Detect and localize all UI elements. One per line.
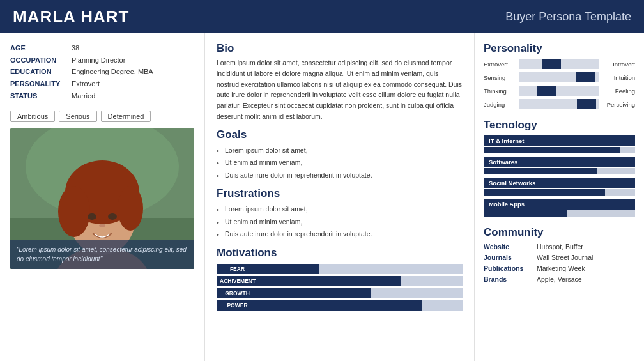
- age-value: 38: [72, 42, 79, 54]
- svg-point-8: [118, 186, 143, 231]
- tech-track-3: [484, 210, 635, 217]
- mot-label-3: POWER: [217, 300, 258, 311]
- pers-track-0: [519, 59, 599, 69]
- frust-text-1: Lorem ipsum dolor sit amet,: [225, 204, 308, 215]
- mot-bar-row-0: FEAR: [217, 264, 463, 274]
- pers-left-3: Judging: [484, 101, 517, 108]
- frustrations-title: Frustrations: [217, 187, 463, 200]
- community-row-2: Publications Marketing Week: [484, 265, 635, 272]
- comm-value-1: Wall Street Journal: [537, 254, 593, 261]
- mot-bar-row-2: GROWTH: [217, 288, 463, 298]
- motivations-section: Motivations FEAR ACHIVEMENT GROWTH POWER: [217, 247, 463, 311]
- community-title: Community: [484, 226, 635, 239]
- svg-point-7: [58, 186, 90, 237]
- pers-right-1: Intuition: [602, 74, 635, 81]
- bio-text: Lorem ipsum dolor sit amet, consectetur …: [217, 58, 463, 122]
- pers-marker-0: [542, 59, 561, 69]
- frustrations-section: Frustrations • Lorem ipsum dolor sit ame…: [217, 187, 463, 240]
- bio-title: Bio: [217, 42, 463, 55]
- left-column: AGE 38 OCCUPATION Planning Director EDUC…: [0, 33, 204, 361]
- info-table: AGE 38 OCCUPATION Planning Director EDUC…: [10, 42, 194, 102]
- mot-label-2: GROWTH: [217, 288, 258, 298]
- page: MARLA HART Buyer Persona Template AGE 38…: [0, 0, 644, 361]
- personality-row-1: Sensing Intuition: [484, 72, 635, 82]
- mot-bar-row-1: ACHIVEMENT: [217, 276, 463, 286]
- personality-title: Personality: [484, 42, 635, 55]
- pers-right-0: Introvert: [602, 61, 635, 68]
- middle-column: Bio Lorem ipsum dolor sit amet, consecte…: [204, 33, 475, 361]
- tag-ambitious: Ambitious: [10, 111, 55, 122]
- bullet-icon-3: •: [217, 171, 222, 181]
- community-rows: Website Hubspot, Buffer Journals Wall St…: [484, 243, 635, 283]
- frust-bullet-1: •: [217, 204, 222, 215]
- template-label: Buyer Persona Template: [505, 10, 631, 24]
- personality-row-3: Judging Perceiving: [484, 99, 635, 109]
- goal-item-1: • Lorem ipsum dolor sit amet,: [217, 146, 463, 157]
- pers-marker-2: [537, 86, 556, 96]
- tech-track-1: [484, 168, 635, 174]
- personality-value: Extrovert: [72, 78, 100, 90]
- pers-marker-1: [576, 72, 595, 82]
- frust-bullet-2: •: [217, 217, 222, 228]
- tag-serious: Serious: [59, 111, 96, 122]
- personality-section: Personality Extrovert Introvert Sensing …: [484, 42, 635, 112]
- mot-fill-1: [259, 276, 401, 286]
- community-row-3: Brands Apple, Versace: [484, 275, 635, 283]
- goal-text-2: Ut enim ad minim veniam,: [225, 158, 302, 169]
- frust-text-2: Ut enim ad minim veniam,: [225, 217, 302, 228]
- tech-fill-3: [484, 210, 567, 217]
- svg-point-11: [99, 224, 105, 227]
- goals-section: Goals • Lorem ipsum dolor sit amet, • Ut…: [217, 128, 463, 181]
- tech-track-0: [484, 147, 635, 153]
- community-row-0: Website Hubspot, Buffer: [484, 243, 635, 250]
- bullet-icon-2: •: [217, 158, 222, 169]
- goal-text-3: Duis aute irure dolor in reprehenderit i…: [225, 171, 372, 181]
- pers-left-1: Sensing: [484, 74, 517, 81]
- header: MARLA HART Buyer Persona Template: [0, 0, 644, 33]
- tech-fill-1: [484, 168, 597, 174]
- tech-label-3: Mobile Apps: [484, 199, 635, 210]
- pers-track-2: [519, 86, 599, 96]
- tech-track-2: [484, 189, 635, 196]
- status-label: STATUS: [10, 90, 68, 102]
- age-label: AGE: [10, 42, 68, 54]
- pers-track-1: [519, 72, 599, 82]
- technology-title: Tecnology: [484, 119, 635, 132]
- mot-track-0: [258, 264, 463, 274]
- frust-item-1: • Lorem ipsum dolor sit amet,: [217, 204, 463, 215]
- pers-right-3: Perceiving: [602, 101, 635, 108]
- photo-caption: "Lorem ipsum dolor sit amet, consectetur…: [10, 240, 194, 269]
- persona-name: MARLA HART: [13, 7, 129, 27]
- community-section: Community Website Hubspot, Buffer Journa…: [484, 226, 635, 286]
- comm-label-3: Brands: [484, 275, 532, 283]
- mot-label-0: FEAR: [217, 264, 258, 274]
- tech-bar-row-1: Softwares: [484, 157, 635, 174]
- frust-text-3: Duis aute irure dolor in reprehenderit i…: [225, 229, 372, 240]
- tech-fill-2: [484, 189, 605, 196]
- personality-row-2: Thinking Feeling: [484, 86, 635, 96]
- education-value: Engineering Degree, MBA: [72, 66, 153, 78]
- tag-determined: Determined: [101, 111, 151, 122]
- occupation-row: OCCUPATION Planning Director: [10, 54, 194, 66]
- mot-label-1: ACHIVEMENT: [217, 276, 259, 286]
- status-value: Married: [72, 90, 95, 102]
- goal-item-3: • Duis aute irure dolor in reprehenderit…: [217, 171, 463, 181]
- mot-bar-row-3: POWER: [217, 300, 463, 311]
- tech-label-1: Softwares: [484, 157, 635, 167]
- personality-label: PERSONALITY: [10, 78, 68, 90]
- tech-bar-row-0: IT & Internet: [484, 135, 635, 153]
- goal-text-1: Lorem ipsum dolor sit amet,: [225, 146, 308, 157]
- mot-fill-0: [258, 264, 319, 274]
- goal-item-2: • Ut enim ad minim veniam,: [217, 158, 463, 169]
- mot-track-2: [258, 288, 463, 298]
- mot-fill-2: [258, 288, 371, 298]
- svg-point-9: [88, 213, 96, 220]
- comm-value-3: Apple, Versace: [537, 275, 582, 283]
- pers-left-2: Thinking: [484, 88, 517, 95]
- tech-bar-row-3: Mobile Apps: [484, 199, 635, 217]
- bio-section: Bio Lorem ipsum dolor sit amet, consecte…: [217, 42, 463, 122]
- education-label: EDUCATION: [10, 66, 68, 78]
- pers-left-0: Extrovert: [484, 61, 517, 68]
- main-content: AGE 38 OCCUPATION Planning Director EDUC…: [0, 33, 644, 361]
- comm-label-0: Website: [484, 243, 532, 250]
